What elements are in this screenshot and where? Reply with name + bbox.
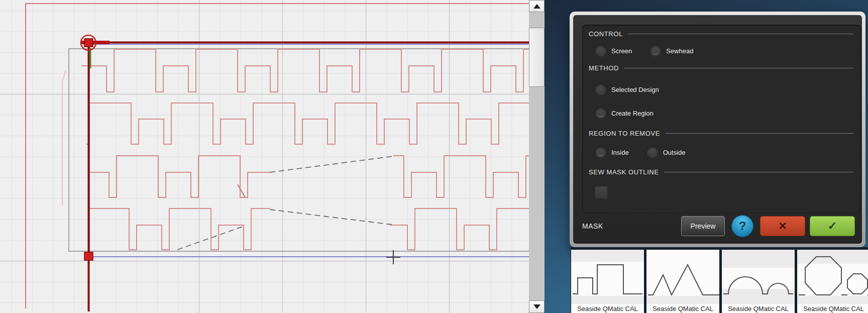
thumbnail-caption: Seaside QMatic CAL <box>797 305 868 312</box>
help-button[interactable]: ? <box>731 215 753 237</box>
preview-button[interactable]: Preview <box>681 216 725 236</box>
mask-dialog-body: CONTROL Screen Sewhead METHOD Selected <box>573 15 862 244</box>
radio-outside-label: Outside <box>663 149 686 156</box>
question-mark-icon: ? <box>739 219 746 233</box>
radio-selected-design[interactable] <box>594 83 607 96</box>
pattern-thumbnail-arcs[interactable]: Seaside QMatic CAL <box>722 250 795 313</box>
section-divider <box>665 133 853 134</box>
design-canvas[interactable] <box>0 0 529 313</box>
app-screen: CONTROL Screen Sewhead METHOD Selected <box>0 0 868 313</box>
cancel-button[interactable]: ✕ <box>760 216 805 236</box>
design-canvas-drawing <box>0 0 529 313</box>
checkmark-icon: ✓ <box>828 220 837 233</box>
radio-create-region-label: Create Region <box>611 110 654 117</box>
pattern-thumbnail-octagons[interactable]: Seaside QMatic CAL <box>797 250 868 313</box>
radio-inside[interactable] <box>594 146 607 159</box>
radio-sewhead-label: Sewhead <box>666 47 693 55</box>
thumbnail-caption: Seaside QMatic CAL <box>646 305 719 312</box>
radio-screen[interactable] <box>594 44 607 57</box>
section-divider <box>628 34 853 34</box>
section-divider <box>664 172 853 172</box>
scroll-up-button[interactable] <box>529 0 545 12</box>
sew-mask-outline-row <box>594 185 608 199</box>
control-options-row: Screen Sewhead <box>594 44 693 57</box>
thumb-shape-octagons <box>797 250 868 304</box>
scroll-down-button[interactable] <box>529 300 545 313</box>
section-title: SEW MASK OUTLINE <box>589 168 659 176</box>
thumb-shape-arcs <box>722 250 795 304</box>
region-options-row: Inside Outside <box>594 146 686 159</box>
mask-dialog: CONTROL Screen Sewhead METHOD Selected <box>570 12 865 247</box>
method-create-region-row: Create Region <box>594 107 654 120</box>
ok-button[interactable]: ✓ <box>810 216 855 236</box>
scroll-down-icon <box>533 304 540 309</box>
thumb-shape-triangles <box>646 250 719 304</box>
section-header-control: CONTROL <box>589 30 853 38</box>
section-header-region-to-remove: REGION TO REMOVE <box>589 130 853 137</box>
pattern-thumbnail-strip: Seaside QMatic CAL Seaside QMatic CAL Se… <box>571 247 868 313</box>
thumbnail-caption: Seaside QMatic CAL <box>571 305 644 312</box>
scrollbar-thumb[interactable] <box>529 28 545 87</box>
mask-dialog-settings-panel: CONTROL Screen Sewhead METHOD Selected <box>582 25 861 213</box>
radio-screen-label: Screen <box>611 47 632 55</box>
section-title: REGION TO REMOVE <box>589 130 660 137</box>
thumbnail-caption: Seaside QMatic CAL <box>722 305 795 312</box>
thumb-shape-squares <box>571 250 644 304</box>
radio-outside[interactable] <box>646 146 659 159</box>
section-divider <box>624 68 853 68</box>
scroll-up-icon <box>533 4 540 9</box>
vertical-scrollbar[interactable] <box>529 0 545 313</box>
x-icon: ✕ <box>778 220 787 232</box>
section-title: CONTROL <box>589 30 623 38</box>
method-selected-design-row: Selected Design <box>594 83 659 96</box>
mask-title-label: MASK <box>582 222 603 230</box>
radio-sewhead[interactable] <box>649 44 662 57</box>
pattern-thumbnail-squares[interactable]: Seaside QMatic CAL <box>571 250 644 313</box>
radio-inside-label: Inside <box>611 149 629 156</box>
pattern-thumbnail-triangles[interactable]: Seaside QMatic CAL <box>646 250 719 313</box>
mask-dialog-footer: MASK Preview ? ✕ ✓ <box>582 215 855 237</box>
section-header-sew-mask-outline: SEW MASK OUTLINE <box>589 168 853 176</box>
radio-selected-design-label: Selected Design <box>611 86 659 93</box>
section-header-method: METHOD <box>589 64 853 72</box>
sew-mask-outline-checkbox[interactable] <box>594 185 608 199</box>
section-title: METHOD <box>589 64 619 72</box>
radio-create-region[interactable] <box>594 107 607 120</box>
